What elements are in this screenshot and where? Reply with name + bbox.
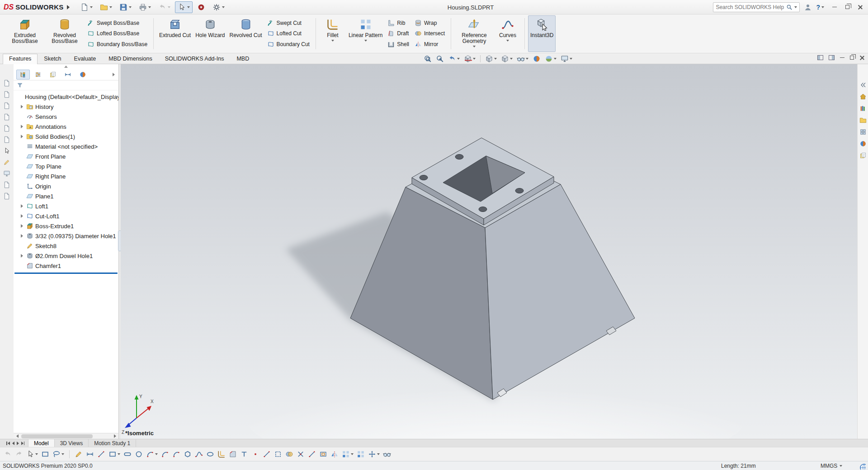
tree-item-front-plane[interactable]: Front Plane [14,151,118,161]
select-tool-icon[interactable] [26,450,38,458]
apply-scene-button[interactable] [544,54,557,63]
swept-cut-button[interactable]: Swept Cut [265,19,311,27]
user-account-icon[interactable] [804,3,812,11]
scroll-prev-tab-icon[interactable] [12,442,14,445]
tab-solidworks-add-ins[interactable]: SOLIDWORKS Add-Ins [159,54,231,64]
tree-item-annotations[interactable]: Annotations [14,122,118,132]
save-button[interactable] [117,1,134,13]
text-tool-icon[interactable] [240,450,248,458]
linear-sketch-pattern-tool-icon[interactable] [342,450,354,458]
view-settings-button[interactable] [560,54,573,63]
intersection-curve-tool-icon[interactable] [285,450,293,458]
move-entities-tool-icon[interactable] [368,450,380,458]
tab-3d-views[interactable]: 3D Views [55,439,89,447]
hide-show-items-button[interactable] [516,54,529,63]
graphics-viewport[interactable]: Y X Z *Isometric [121,64,857,439]
monitor-icon[interactable] [3,170,10,177]
trim-entities-tool-icon[interactable] [297,450,305,458]
hole[interactable] [455,155,463,160]
featuremanager-tab[interactable] [16,70,30,80]
linear-pattern-dropdown-icon[interactable] [364,40,367,42]
document-icon[interactable] [3,91,10,98]
revolved-cut-button[interactable]: Revolved Cut [227,15,264,52]
doc-close-icon[interactable] [859,55,864,60]
tree-root-part[interactable]: Housing (Default<<Default>_Display [14,92,118,102]
intersect-button[interactable]: Intersect [413,29,447,38]
lasso-select-tool-icon[interactable] [52,450,64,458]
search-icon[interactable] [786,4,793,10]
extruded-cut-button[interactable]: Extruded Cut [157,15,193,52]
smart-dimension-tool-icon[interactable] [86,450,94,458]
help-search-box[interactable] [713,2,800,12]
configurationmanager-tab[interactable] [46,70,60,80]
mirror-entities-tool-icon[interactable] [330,450,339,458]
rollback-bar[interactable] [14,273,118,274]
search-input[interactable] [716,4,784,10]
tree-item-boss-extrude1[interactable]: Boss-Extrude1 [14,221,118,231]
tree-item-plane1[interactable]: Plane1 [14,191,118,201]
display-delete-relations-tool-icon[interactable] [383,450,391,458]
fillet-dropdown-icon[interactable] [331,40,334,42]
centerline-tool-icon[interactable] [263,450,271,458]
dimxpertmanager-tab[interactable] [61,70,75,80]
tree-item-solid-bodies[interactable]: Solid Bodies(1) [14,132,118,141]
rib-button[interactable]: Rib [386,19,411,27]
panel-collapse-grip[interactable] [14,64,118,69]
tree-item-dowel-hole1[interactable]: Ø2.0mm Dowel Hole1 [14,251,118,261]
view-palette-icon[interactable] [859,128,867,136]
tree-horizontal-scrollbar[interactable] [14,433,118,439]
minimize-button[interactable] [828,1,841,13]
sketch-chamfer-tool-icon[interactable] [229,450,237,458]
extruded-boss-button[interactable]: Extruded Boss/Base [5,15,45,52]
manager-tabs-overflow[interactable] [113,71,118,78]
new-document-button[interactable] [78,1,95,13]
document-icon[interactable] [3,193,10,200]
pencil-icon[interactable] [3,159,10,166]
pane-right-icon[interactable] [829,55,835,60]
convert-entities-tool-icon[interactable] [274,450,282,458]
open-button[interactable] [97,1,115,13]
doc-restore-icon[interactable] [850,56,854,60]
print-button[interactable] [136,1,154,13]
hole[interactable] [479,207,487,212]
document-icon[interactable] [3,181,10,188]
tab-features[interactable]: Features [3,54,38,64]
hole[interactable] [515,188,524,193]
tab-mbd[interactable]: MBD [230,54,255,64]
ellipse-tool-icon[interactable] [206,450,214,458]
draft-button[interactable]: Draft [386,29,411,38]
box-select-tool-icon[interactable] [41,450,49,458]
shell-button[interactable]: Shell [386,40,411,48]
sketch-tool-icon[interactable] [75,450,83,458]
edit-appearance-button[interactable] [532,54,542,63]
undo-button[interactable] [156,1,173,13]
section-view-button[interactable] [463,54,476,63]
status-tag-icon[interactable] [859,462,866,470]
scrollbar-thumb[interactable] [21,434,93,438]
tab-model[interactable]: Model [28,439,55,447]
pane-left-icon[interactable] [817,55,823,60]
polygon-tool-icon[interactable] [184,450,192,458]
design-library-icon[interactable] [859,105,867,112]
hole[interactable] [420,175,428,180]
document-icon[interactable] [3,136,10,143]
tree-item-right-plane[interactable]: Right Plane [14,171,118,181]
scroll-last-tab-icon[interactable] [21,442,25,445]
redo-tool-icon[interactable] [15,450,23,458]
custom-properties-icon[interactable] [859,152,867,159]
circular-sketch-pattern-tool-icon[interactable] [357,450,365,458]
zoom-to-area-button[interactable] [435,54,445,63]
unit-system-selector[interactable]: MMGS [821,463,842,469]
undo-tool-icon[interactable] [4,450,12,458]
spline-tool-icon[interactable] [195,450,203,458]
task-pane-collapse-icon[interactable] [859,81,867,89]
centerpoint-arc-tool-icon[interactable] [146,450,158,458]
doc-minimize-icon[interactable] [840,57,844,58]
tab-sketch[interactable]: Sketch [38,54,67,64]
fillet-button[interactable]: Fillet [319,15,346,52]
filter-funnel-icon[interactable] [17,82,23,89]
tree-item-top-plane[interactable]: Top Plane [14,161,118,171]
point-tool-icon[interactable] [251,450,259,458]
document-icon[interactable] [3,80,10,87]
scroll-right-icon[interactable] [112,433,118,439]
